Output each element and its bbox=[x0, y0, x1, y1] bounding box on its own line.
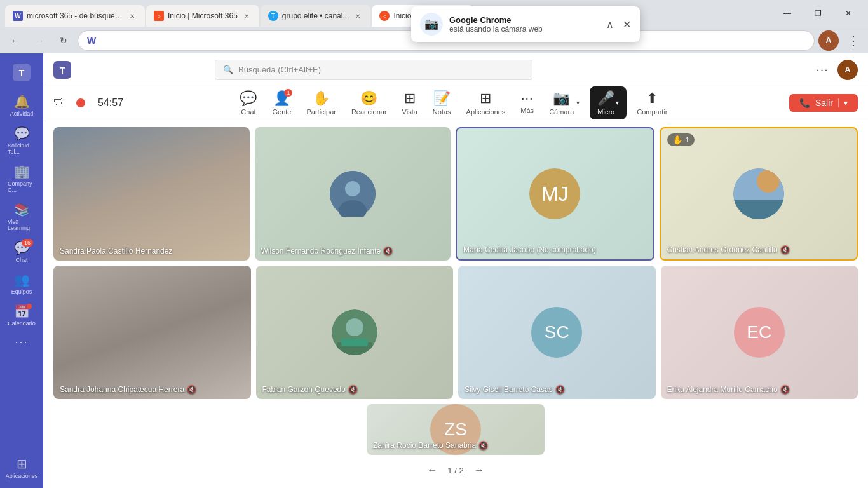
camara-control-button[interactable]: 📷 Cámara ▾ bbox=[544, 88, 585, 118]
participant-tile-silvy: SC Silvy Gisell Barreto Casas 🔇 bbox=[458, 266, 656, 399]
participant-name-zahira: Zahira Rocio Barreto Sanabria 🔇 bbox=[373, 441, 488, 450]
next-page-button[interactable]: → bbox=[474, 464, 484, 476]
tab-1-close[interactable]: ✕ bbox=[127, 11, 137, 21]
sidebar-label-equipos: Equipos bbox=[11, 288, 32, 295]
close-button[interactable]: ✕ bbox=[834, 3, 863, 24]
notas-control-button[interactable]: 📝 Notas bbox=[428, 88, 456, 118]
camara-dropdown-icon[interactable]: ▾ bbox=[576, 99, 580, 106]
speaker-badge-cristian: ✋ 1 bbox=[667, 133, 695, 146]
svg-point-5 bbox=[345, 181, 360, 196]
tab-1[interactable]: W microsoft 365 - de búsqued... ✕ bbox=[5, 5, 145, 27]
notification-collapse-button[interactable]: ∧ bbox=[606, 18, 614, 30]
muted-icon-fabian: 🔇 bbox=[348, 385, 358, 394]
meeting-timer: 54:57 bbox=[98, 97, 123, 109]
sidebar-item-company[interactable]: 🏢 Company C... bbox=[5, 160, 38, 197]
sidebar-item-actividad[interactable]: 🔔 Actividad bbox=[5, 90, 38, 121]
vista-ctrl-label: Vista bbox=[402, 108, 417, 116]
mas-ctrl-label: Más bbox=[520, 107, 534, 114]
leave-dropdown-icon[interactable]: ▾ bbox=[838, 98, 848, 107]
notification-subtitle: está usando la cámara web bbox=[449, 25, 600, 34]
sidebar-label-actividad: Actividad bbox=[10, 111, 34, 117]
participant-tile-sandra-johanna: Sandra Johanna Chipatecua Herrera 🔇 bbox=[53, 266, 251, 399]
notification-icon: 📷 bbox=[420, 13, 443, 36]
muted-icon-sandra-johanna: 🔇 bbox=[187, 385, 196, 394]
chat-control-button[interactable]: 💬 Chat bbox=[234, 88, 262, 118]
sidebar-item-aplicaciones[interactable]: ⊞ Aplicaciones bbox=[5, 452, 38, 483]
micro-control-button[interactable]: 🎤 Micro ▾ bbox=[590, 86, 627, 119]
micro-dropdown-icon[interactable]: ▾ bbox=[616, 99, 619, 106]
teams-main-panel: T 🔍 Búsqueda (Ctrl+Alt+E) ··· A 🛡 54:57 … bbox=[43, 53, 868, 488]
aplicaciones-ctrl-label: Aplicaciones bbox=[466, 108, 506, 116]
camera-notification-icon: 📷 bbox=[424, 17, 438, 31]
mas-control-button[interactable]: ··· Más bbox=[515, 88, 539, 117]
mas-ctrl-icon: ··· bbox=[521, 91, 534, 105]
header-more-button[interactable]: ··· bbox=[812, 60, 832, 80]
teams-header-logo: T bbox=[53, 61, 71, 79]
aplicaciones-control-button[interactable]: ⊞ Aplicaciones bbox=[461, 88, 511, 118]
aplicaciones-icon: ⊞ bbox=[17, 456, 27, 471]
more-icon: ··· bbox=[15, 336, 28, 349]
avatar-svg-cristian bbox=[733, 168, 784, 219]
aplicaciones-ctrl-icon: ⊞ bbox=[480, 90, 491, 107]
maximize-button[interactable]: ❐ bbox=[803, 3, 832, 24]
camara-ctrl-icon: 📷 bbox=[553, 90, 570, 107]
vista-ctrl-icon: ⊞ bbox=[404, 90, 416, 107]
reaccionar-control-button[interactable]: 😊 Reaccionar bbox=[346, 88, 392, 118]
svg-rect-8 bbox=[733, 200, 784, 219]
window-controls: — ❐ ✕ bbox=[773, 3, 863, 24]
participant-name-cristian: Cristian Andres Ordoñez Cantillo 🔇 bbox=[667, 245, 790, 254]
muted-icon-erika: 🔇 bbox=[780, 385, 790, 394]
tab-3[interactable]: T grupo elite • canal... ✕ bbox=[261, 5, 371, 27]
tab-3-title: grupo elite • canal... bbox=[282, 11, 349, 20]
svg-rect-13 bbox=[341, 339, 368, 346]
participant-name-silvy: Silvy Gisell Barreto Casas 🔇 bbox=[465, 385, 565, 394]
sidebar-item-more[interactable]: ··· bbox=[5, 332, 38, 353]
teams-sidebar: T 🔔 Actividad 💬 Solicitud Tel... 🏢 Compa… bbox=[0, 53, 43, 488]
tab-2-favicon: ○ bbox=[154, 11, 164, 21]
back-button[interactable]: ← bbox=[5, 30, 25, 51]
pagination-label: 1 / 2 bbox=[447, 466, 463, 475]
participant-name-wilson: Wilson Fernando Rodriguez Infante 🔇 bbox=[261, 247, 393, 255]
company-icon: 🏢 bbox=[14, 164, 30, 179]
participant-tile-sandra-paola: Sandra Paola Castillo Hernandez bbox=[53, 127, 250, 261]
gente-badge: 1 bbox=[284, 89, 292, 97]
vista-control-button[interactable]: ⊞ Vista bbox=[397, 88, 423, 118]
participar-ctrl-icon: ✋ bbox=[313, 90, 330, 107]
chat-ctrl-icon: 💬 bbox=[240, 90, 257, 107]
sidebar-item-calendario[interactable]: 📅 Calendario bbox=[5, 300, 38, 330]
tab-4-favicon: ○ bbox=[379, 11, 390, 21]
tab-2-close[interactable]: ✕ bbox=[241, 11, 252, 21]
header-avatar[interactable]: A bbox=[837, 60, 858, 80]
profile-button[interactable]: A bbox=[818, 30, 839, 51]
gente-control-button[interactable]: 1 👤 Gente bbox=[267, 88, 296, 118]
leave-button[interactable]: 📞 Salir ▾ bbox=[789, 94, 858, 112]
participant-name-erika: Erika Alejandra Murillo Camacho 🔇 bbox=[667, 385, 790, 394]
bell-icon: 🔔 bbox=[14, 94, 30, 109]
muted-icon-wilson: 🔇 bbox=[383, 247, 393, 255]
notification-close-button[interactable]: ✕ bbox=[623, 18, 631, 30]
forward-button[interactable]: → bbox=[29, 30, 50, 51]
sidebar-item-chat[interactable]: 16 💬 Chat bbox=[5, 236, 38, 267]
video-grid-row-1: Sandra Paola Castillo Hernandez Wilson F… bbox=[53, 127, 858, 261]
hand-count: 1 bbox=[686, 136, 689, 144]
tab-2[interactable]: ○ Inicio | Microsoft 365 ✕ bbox=[146, 5, 259, 27]
reload-button[interactable]: ↻ bbox=[53, 30, 74, 51]
compartir-control-button[interactable]: ⬆ Compartir bbox=[632, 88, 672, 118]
sidebar-item-equipos[interactable]: 👥 Equipos bbox=[5, 268, 38, 299]
video-grid-row-3: ZS Zahira Rocio Barreto Sanabria 🔇 bbox=[53, 404, 858, 455]
tab-3-close[interactable]: ✕ bbox=[353, 11, 363, 21]
prev-page-button[interactable]: ← bbox=[427, 464, 437, 476]
participar-control-button[interactable]: ✋ Participar bbox=[301, 88, 341, 118]
chat-badge: 16 bbox=[22, 239, 33, 247]
sidebar-item-solicitud[interactable]: 💬 Solicitud Tel... bbox=[5, 122, 38, 159]
calendario-dot bbox=[27, 304, 32, 309]
pagination-bar: ← 1 / 2 → bbox=[53, 460, 858, 480]
svg-text:T: T bbox=[60, 65, 65, 76]
minimize-button[interactable]: — bbox=[773, 3, 802, 24]
tab-1-title: microsoft 365 - de búsqued... bbox=[27, 11, 123, 20]
participant-name-fabian: Fabian Garzon Quevedo 🔇 bbox=[262, 385, 358, 394]
browser-menu-button[interactable]: ⋮ bbox=[843, 30, 863, 51]
viva-icon: 📚 bbox=[14, 202, 30, 217]
search-bar[interactable]: 🔍 Búsqueda (Ctrl+Alt+E) bbox=[215, 60, 532, 80]
sidebar-item-viva[interactable]: 📚 Viva Learning bbox=[5, 198, 38, 235]
